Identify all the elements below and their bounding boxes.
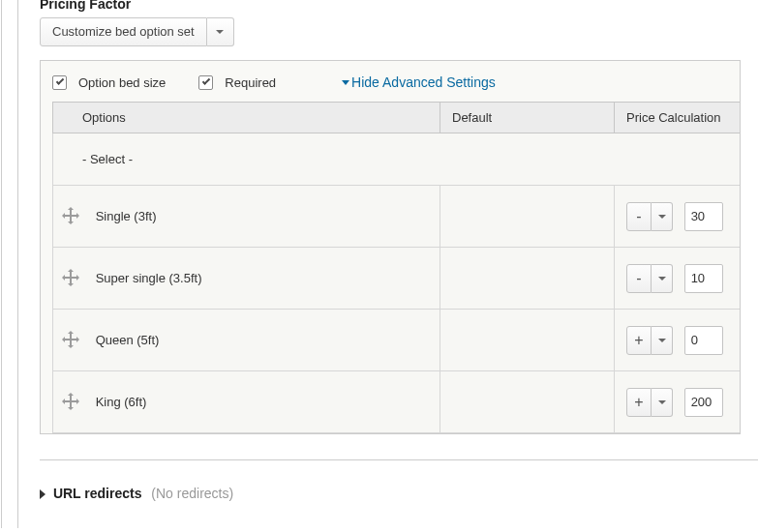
amount-input[interactable] xyxy=(684,264,723,293)
divider xyxy=(40,459,758,460)
table-row: King (6ft) + xyxy=(53,371,742,433)
factor-select-value: Customize bed option set xyxy=(40,17,207,46)
operator-select[interactable]: - xyxy=(626,264,673,293)
url-redirects-label: URL redirects xyxy=(53,486,142,501)
operator-select[interactable]: - xyxy=(626,202,673,231)
column-header-options: Options xyxy=(53,103,440,133)
option-label: Single (3ft) xyxy=(96,209,157,223)
hide-advanced-settings-link[interactable]: Hide Advanced Settings xyxy=(342,74,496,90)
column-header-default: Default xyxy=(440,103,615,133)
drag-handle-icon[interactable] xyxy=(65,210,76,222)
column-header-price-calc: Price Calculation xyxy=(615,103,742,133)
factor-select[interactable]: Customize bed option set xyxy=(40,17,758,46)
options-table: Options Default Price Calculation - Sele… xyxy=(52,102,741,433)
operator-value: - xyxy=(626,264,652,293)
chevron-down-icon xyxy=(652,326,673,355)
placeholder-option-label: - Select - xyxy=(82,152,133,166)
option-bed-size-checkbox[interactable] xyxy=(52,75,67,90)
operator-value: + xyxy=(626,388,652,417)
pricing-factor-heading: Pricing Factor xyxy=(40,0,758,12)
operator-select[interactable]: + xyxy=(626,326,673,355)
amount-input[interactable] xyxy=(684,326,723,355)
chevron-down-icon xyxy=(342,80,349,85)
table-row: Super single (3.5ft) - xyxy=(53,248,742,310)
amount-input[interactable] xyxy=(684,202,723,231)
chevron-down-icon xyxy=(652,264,673,293)
required-checkbox[interactable] xyxy=(198,75,213,90)
option-fieldset: Option bed size Required Hide Advanced S… xyxy=(40,60,741,434)
operator-value: + xyxy=(626,326,652,355)
chevron-down-icon xyxy=(652,388,673,417)
chevron-down-icon xyxy=(652,202,673,231)
option-label: Queen (5ft) xyxy=(96,333,160,347)
operator-select[interactable]: + xyxy=(626,388,673,417)
chevron-down-icon xyxy=(207,17,234,46)
option-label: King (6ft) xyxy=(96,395,147,409)
table-row: Single (3ft) - xyxy=(53,186,742,248)
url-redirects-hint: (No redirects) xyxy=(151,486,233,501)
chevron-right-icon xyxy=(40,489,45,499)
operator-value: - xyxy=(626,202,652,231)
table-row: Queen (5ft) + xyxy=(53,310,742,371)
drag-handle-icon[interactable] xyxy=(65,272,76,283)
drag-handle-icon[interactable] xyxy=(65,334,76,345)
url-redirects-section[interactable]: URL redirects (No redirects) xyxy=(40,486,758,501)
table-row: - Select - xyxy=(53,133,742,186)
drag-handle-icon[interactable] xyxy=(65,396,76,407)
required-label: Required xyxy=(225,75,276,90)
amount-input[interactable] xyxy=(684,388,723,417)
option-bed-size-label: Option bed size xyxy=(78,75,166,90)
option-label: Super single (3.5ft) xyxy=(96,271,202,285)
